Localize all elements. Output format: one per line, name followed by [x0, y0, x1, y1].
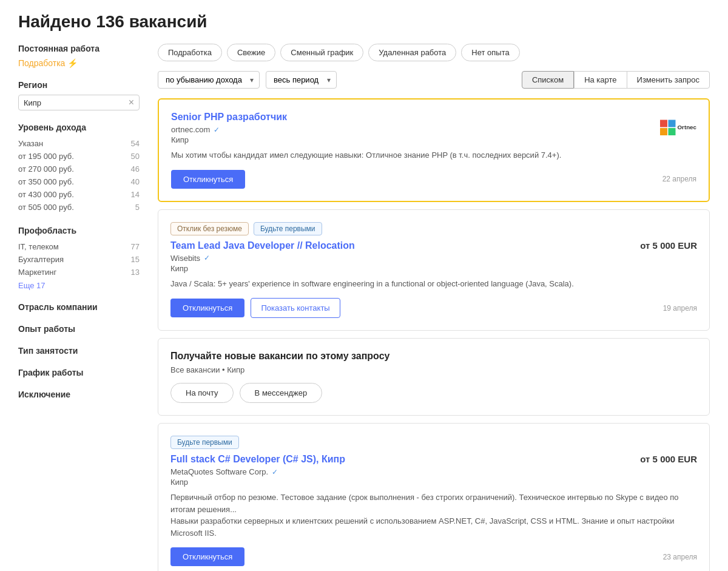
apply-button-3[interactable]: Откликнуться: [170, 547, 244, 566]
job-date-3: 23 апреля: [663, 553, 697, 561]
filter-chip[interactable]: Удаленная работа: [368, 44, 456, 61]
prof-count: 15: [131, 255, 140, 264]
change-request-button[interactable]: Изменить запрос: [627, 71, 710, 89]
income-row[interactable]: от 195 000 руб.50: [18, 150, 140, 163]
income-row[interactable]: от 270 000 руб.46: [18, 163, 140, 175]
sort-left: по убыванию дохода весь период: [158, 71, 337, 89]
income-count: 40: [131, 177, 140, 186]
income-label: от 195 000 руб.: [18, 152, 74, 161]
prof-more-link[interactable]: Еще 17: [18, 281, 46, 290]
income-row[interactable]: от 505 000 руб.5: [18, 201, 140, 214]
sidebar-section-experience: Опыт работы: [18, 324, 140, 334]
page-title: Найдено 136 вакансий: [18, 12, 710, 32]
tag-be-first-2: Будьте первыми: [254, 222, 322, 235]
income-label: от 430 000 руб.: [18, 190, 74, 199]
job-title-1[interactable]: Senior PHP разработчик: [171, 112, 287, 122]
sort-bar: по убыванию дохода весь период Списком Н…: [158, 71, 710, 89]
sidebar-section-region: Регион Кипр ×: [18, 80, 140, 110]
prof-label: IT, телеком: [18, 242, 59, 251]
company-logo-1: Ortnec: [660, 112, 696, 148]
job-salary-3: от 5 000 EUR: [640, 454, 697, 464]
subscribe-messenger-button[interactable]: В мессенджер: [240, 383, 323, 403]
sidebar-permanent-work-label: Постоянная работа: [18, 44, 140, 53]
income-list: Указан54от 195 000 руб.50от 270 000 руб.…: [18, 137, 140, 214]
income-count: 5: [135, 203, 140, 212]
contacts-button-2[interactable]: Показать контакты: [251, 298, 340, 318]
sort-select-wrapper: по убыванию дохода: [158, 71, 260, 89]
sidebar-section-industry: Отрасль компании: [18, 302, 140, 312]
subscribe-subtitle: Все вакансии • Кипр: [170, 365, 697, 374]
sidebar-region-label: Регион: [18, 80, 140, 90]
job-left-1: Senior PHP разработчик ortnec.com ✓ Кипр…: [171, 112, 561, 161]
company-name-2: Wisebits: [170, 254, 200, 263]
income-count: 46: [131, 164, 140, 174]
sidebar-employment-label[interactable]: Тип занятости: [18, 346, 140, 356]
filter-chip[interactable]: Нет опыта: [461, 44, 519, 61]
apply-button-2[interactable]: Откликнуться: [170, 299, 244, 317]
main-content: ПодработкаСвежиеСменный графикУдаленная …: [158, 44, 710, 571]
subscribe-email-button[interactable]: На почту: [170, 383, 234, 403]
verified-icon-3: ✓: [272, 468, 278, 476]
prof-count: 77: [131, 242, 140, 251]
view-map-button[interactable]: На карте: [574, 71, 627, 89]
sidebar-section-income: Уровень дохода Указан54от 195 000 руб.50…: [18, 123, 140, 214]
region-tag[interactable]: Кипр ×: [18, 95, 140, 110]
job-title-2[interactable]: Team Lead Java Developer // Relocation: [170, 240, 355, 251]
income-label: от 270 000 руб.: [18, 164, 74, 174]
svg-rect-2: [669, 120, 676, 127]
tag-be-first-3: Будьте первыми: [170, 436, 239, 449]
sidebar-prof-label: Профобласть: [18, 226, 140, 235]
job-header-2: Team Lead Java Developer // Relocation о…: [170, 240, 697, 251]
income-row[interactable]: от 350 000 руб.40: [18, 175, 140, 188]
prof-list: IT, телеком77Бухгалтерия15Маркетинг13: [18, 240, 140, 279]
company-name-1: ortnec.com: [171, 125, 210, 134]
job-description-1: Мы хотим чтобы кандидат имел следующие н…: [171, 149, 561, 161]
sort-select[interactable]: по убыванию дохода: [158, 71, 260, 89]
tag-row-2: Отклик без резюме Будьте первыми: [170, 222, 697, 235]
region-value: Кипр: [24, 98, 41, 107]
income-count: 50: [131, 152, 140, 161]
svg-rect-0: [660, 120, 667, 127]
sidebar-section-schedule: График работы: [18, 368, 140, 377]
sidebar-experience-label[interactable]: Опыт работы: [18, 324, 140, 334]
job-description-2: Java / Scala: 5+ years' experience in so…: [170, 278, 697, 290]
prof-label: Маркетинг: [18, 268, 56, 277]
sidebar-section-employment: Тип занятости: [18, 346, 140, 356]
company-name-3: MetaQuotes Software Corp.: [170, 467, 268, 476]
job-date-2: 19 апреля: [663, 304, 697, 313]
close-icon[interactable]: ×: [129, 98, 134, 107]
apply-button-1[interactable]: Откликнуться: [171, 170, 245, 189]
job-date-1: 22 апреля: [662, 175, 696, 183]
job-header-1: Senior PHP разработчик ortnec.com ✓ Кипр…: [171, 112, 696, 161]
prof-label: Бухгалтерия: [18, 255, 64, 264]
income-label: Указан: [18, 139, 43, 148]
subscribe-block: Получайте новые вакансии по этому запрос…: [158, 338, 710, 416]
income-row[interactable]: от 430 000 руб.14: [18, 188, 140, 201]
sidebar-exclusion-label[interactable]: Исключение: [18, 390, 140, 399]
job-header-3: Full stack C# Developer (C# JS), Кипр от…: [170, 454, 697, 465]
period-select-wrapper: весь период: [266, 71, 337, 89]
job-card-1: Senior PHP разработчик ortnec.com ✓ Кипр…: [158, 98, 710, 202]
job-actions-2: Откликнуться Показать контакты 19 апреля: [170, 298, 697, 318]
view-list-button[interactable]: Списком: [522, 71, 574, 89]
sidebar-income-label: Уровень дохода: [18, 123, 140, 132]
income-label: от 350 000 руб.: [18, 177, 74, 186]
filter-chip[interactable]: Сменный график: [280, 44, 363, 61]
job-title-3[interactable]: Full stack C# Developer (C# JS), Кипр: [170, 454, 345, 465]
verified-icon-2: ✓: [204, 254, 210, 262]
tag-row-3: Будьте первыми: [170, 436, 697, 449]
income-count: 54: [131, 139, 140, 148]
job-location-3: Кипр: [170, 478, 697, 487]
filter-chip[interactable]: Подработка: [158, 44, 222, 61]
prof-row[interactable]: Бухгалтерия15: [18, 253, 140, 266]
sidebar-industry-label[interactable]: Отрасль компании: [18, 302, 140, 312]
prof-count: 13: [131, 268, 140, 277]
prof-row[interactable]: IT, телеком77: [18, 240, 140, 253]
job-salary-2: от 5 000 EUR: [640, 240, 697, 251]
period-select[interactable]: весь период: [266, 71, 337, 89]
filter-chip[interactable]: Свежие: [227, 44, 275, 61]
prof-row[interactable]: Маркетинг13: [18, 266, 140, 279]
sidebar-schedule-label[interactable]: График работы: [18, 368, 140, 377]
income-row[interactable]: Указан54: [18, 137, 140, 150]
sidebar-active-filter-link[interactable]: Подработка ⚡: [18, 58, 78, 68]
